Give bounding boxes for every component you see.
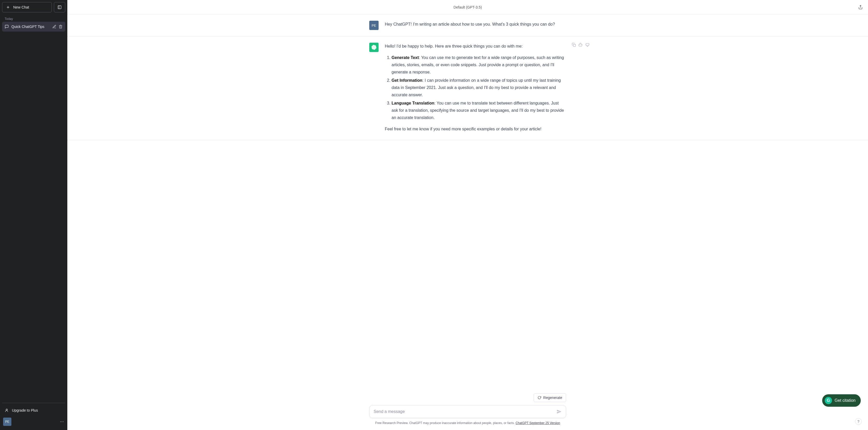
user-message-text: Hey ChatGPT! I'm writing an article abou… (385, 21, 566, 30)
sidebar-section-label: Today (2, 15, 65, 22)
upgrade-label: Upgrade to Plus (12, 408, 38, 412)
message-assistant: Hello! I'd be happy to help. Here are th… (67, 36, 868, 140)
message-actions (572, 43, 589, 47)
chat-bubble-icon (5, 25, 9, 29)
composer-area: Regenerate Free Research Preview. ChatGP… (67, 393, 868, 430)
copy-icon[interactable] (572, 43, 576, 47)
thumbs-down-icon[interactable] (585, 43, 589, 47)
list-item: Generate Text: You can use me to generat… (392, 54, 566, 76)
message-input-box (369, 405, 566, 418)
send-button[interactable] (556, 409, 562, 414)
regenerate-label: Regenerate (543, 396, 562, 400)
disclaimer: Free Research Preview. ChatGPT may produ… (375, 421, 560, 425)
help-icon: ? (857, 419, 860, 424)
version-link[interactable]: ChatGPT September 25 Version (516, 421, 560, 425)
message-input[interactable] (374, 409, 556, 414)
collapse-sidebar-button[interactable] (54, 2, 65, 12)
citation-badge: G (825, 397, 832, 404)
regenerate-button[interactable]: Regenerate (534, 393, 566, 402)
user-message-avatar: PE (369, 21, 379, 30)
svg-point-4 (6, 409, 7, 410)
assistant-avatar (369, 43, 379, 52)
svg-point-7 (63, 422, 63, 422)
svg-rect-2 (58, 6, 61, 9)
svg-point-6 (62, 422, 62, 422)
trash-icon[interactable] (59, 25, 63, 29)
user-avatar: PE (3, 418, 11, 426)
refresh-icon (537, 396, 541, 399)
assistant-intro: Hello! I'd be happy to help. Here are th… (385, 43, 566, 50)
new-chat-button[interactable]: New Chat (2, 2, 52, 12)
edit-icon[interactable] (52, 25, 57, 29)
svg-rect-9 (573, 44, 576, 46)
chat-history-item[interactable]: Quick ChatGPT Tips (2, 22, 65, 32)
get-citation-button[interactable]: G Get citation (822, 394, 861, 407)
upgrade-to-plus[interactable]: Upgrade to Plus (2, 405, 65, 416)
assistant-outro: Feel free to let me know if you need mor… (385, 126, 566, 133)
help-button[interactable]: ? (855, 418, 862, 425)
send-icon (556, 409, 562, 414)
model-name: Default (GPT-3.5) (454, 5, 482, 9)
citation-label: Get citation (835, 398, 856, 403)
person-icon (5, 408, 9, 412)
list-item: Language Translation: You can use me to … (392, 100, 566, 121)
message-user: PE Hey ChatGPT! I'm writing an article a… (67, 14, 868, 36)
list-item: Get Information: I can provide informati… (392, 77, 566, 99)
share-icon (858, 5, 863, 9)
chat-item-title: Quick ChatGPT Tips (11, 25, 50, 29)
user-menu[interactable]: PE (2, 416, 65, 428)
messages-scroll[interactable]: PE Hey ChatGPT! I'm writing an article a… (67, 14, 868, 393)
sidebar: New Chat Today Quick ChatGPT Tips (0, 0, 67, 430)
conversation-header: Default (GPT-3.5) (67, 0, 868, 14)
share-button[interactable] (858, 5, 863, 9)
thumbs-up-icon[interactable] (579, 43, 583, 47)
sidebar-panel-icon (58, 5, 62, 9)
more-icon (60, 419, 64, 424)
main-panel: Default (GPT-3.5) PE Hey ChatGPT! I'm wr… (67, 0, 868, 430)
svg-point-5 (60, 422, 61, 422)
plus-icon (6, 5, 10, 9)
assistant-message-text: Hello! I'd be happy to help. Here are th… (385, 43, 566, 134)
new-chat-label: New Chat (13, 5, 29, 9)
